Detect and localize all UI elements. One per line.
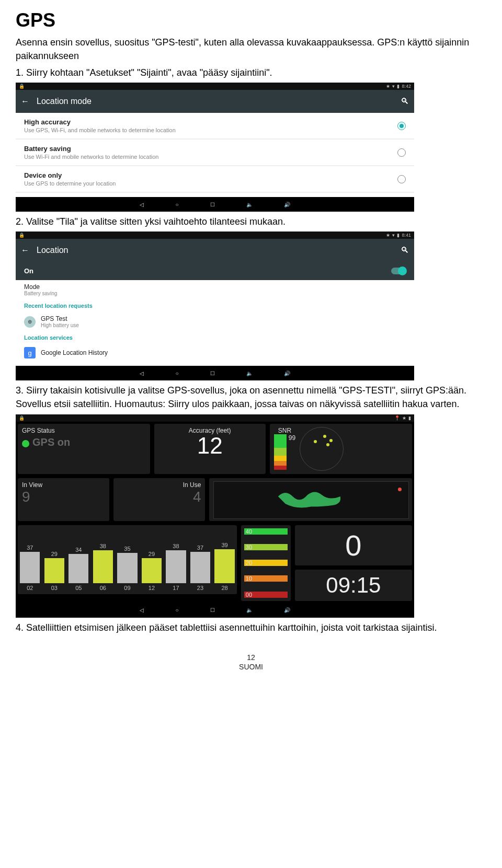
recent-nav-icon[interactable]: ☐ — [210, 202, 215, 207]
accuracy-value: 12 — [197, 434, 223, 457]
snr-scale: 40 30 20 10 00 — [241, 525, 291, 601]
radio-icon[interactable] — [397, 122, 406, 130]
location-mode-option[interactable]: High accuracyUse GPS, Wi-Fi, and mobile … — [16, 113, 414, 140]
screen-title: Location — [37, 246, 393, 255]
mode-row[interactable]: ModeBattery saving — [16, 280, 414, 299]
option-subtitle: Use GPS, Wi-Fi, and mobile networks to d… — [24, 127, 176, 133]
toggle-row[interactable]: On — [16, 262, 414, 280]
satellite-bar: 3405 — [67, 547, 90, 591]
location-mode-option[interactable]: Battery savingUse Wi-Fi and mobile netwo… — [16, 140, 414, 166]
clock-tile: 09:15 — [295, 570, 412, 601]
in-view-label: In View — [22, 481, 105, 489]
in-view-tile: In View 9 — [18, 478, 109, 521]
vol-down-icon[interactable]: 🔈 — [246, 202, 253, 207]
location-services-label: Location services — [16, 331, 414, 344]
bar-fill — [117, 553, 137, 583]
step-3: 3. Siirry takaisin kotisivulle ja valits… — [16, 384, 486, 411]
home-nav-icon[interactable]: ○ — [175, 607, 178, 613]
recent-requests-label: Recent location requests — [16, 299, 414, 312]
back-nav-icon[interactable]: ◁ — [140, 202, 144, 207]
satellite-globe — [300, 427, 344, 471]
bar-fill — [214, 549, 234, 583]
android-status-bar: 🔒 ★▾▮8:42 — [16, 83, 414, 90]
status-dot-icon — [22, 440, 29, 447]
satellite-bar: 3702 — [19, 545, 41, 591]
location-mode-option[interactable]: Device onlyUse GPS to determine your loc… — [16, 166, 414, 193]
vol-down-icon[interactable]: 🔈 — [246, 371, 253, 376]
intro-text: Asenna ensin sovellus, suositus "GPS-tes… — [16, 36, 486, 63]
satellite-bar: 3806 — [92, 543, 115, 591]
android-nav-bar: ◁ ○ ☐ 🔈 🔊 — [16, 197, 414, 212]
location-toggle[interactable] — [391, 268, 406, 274]
home-nav-icon[interactable]: ○ — [175, 371, 178, 376]
bar-fill — [142, 558, 162, 583]
back-icon[interactable]: ← — [21, 246, 29, 255]
recent-nav-icon[interactable]: ☐ — [210, 607, 215, 613]
location-icon: 📍 — [394, 415, 400, 421]
mode-title: Mode — [24, 283, 57, 291]
snr-top-value: 99 — [289, 434, 295, 442]
scale-30: 30 — [244, 544, 288, 550]
gps-status-tile: GPS Status GPS on — [18, 424, 150, 474]
status-time: 8:41 — [402, 233, 411, 238]
bar-value: 38 — [100, 543, 106, 549]
scale-10: 10 — [244, 575, 288, 582]
bar-fill — [44, 558, 64, 583]
bar-fill — [166, 550, 186, 583]
recent-app-title: GPS Test — [41, 315, 79, 322]
screen-title: Location mode — [37, 97, 393, 106]
world-map — [213, 481, 409, 519]
back-nav-icon[interactable]: ◁ — [140, 371, 144, 376]
snr-tile: SNR 99 — [270, 424, 412, 474]
bar-id: 06 — [100, 585, 106, 591]
home-nav-icon[interactable]: ○ — [175, 202, 178, 207]
radio-icon[interactable] — [397, 148, 406, 157]
recent-app-row[interactable]: ⊕ GPS TestHigh battery use — [16, 312, 414, 331]
vol-down-icon[interactable]: 🔈 — [246, 607, 253, 613]
bar-id: 28 — [221, 585, 227, 591]
bar-fill — [20, 552, 40, 583]
bar-id: 05 — [75, 585, 82, 591]
bar-id: 12 — [149, 585, 155, 591]
page-number: 12 — [16, 653, 486, 662]
search-icon[interactable]: 🔍︎ — [401, 97, 409, 106]
accuracy-tile: Accuracy (feet) 12 — [154, 424, 266, 474]
back-nav-icon[interactable]: ◁ — [140, 607, 144, 613]
back-icon[interactable]: ← — [21, 97, 29, 106]
search-icon[interactable]: 🔍︎ — [401, 246, 409, 255]
bar-fill — [93, 550, 113, 583]
vol-up-icon[interactable]: 🔊 — [284, 607, 290, 613]
bar-id: 09 — [124, 585, 130, 591]
step-2: 2. Valitse "Tila" ja valitse sitten yksi… — [16, 215, 486, 228]
screenshot-gps-test: 🔒 📍★▮ GPS Status GPS on Accuracy (feet) … — [16, 414, 414, 618]
vol-up-icon[interactable]: 🔊 — [284, 202, 290, 207]
satellite-bar: 2912 — [141, 551, 163, 591]
lock-icon: 🔒 — [19, 415, 25, 421]
scale-00: 00 — [244, 592, 288, 598]
android-status-bar: 🔒 📍★▮ — [16, 414, 414, 422]
bar-value: 37 — [197, 545, 203, 551]
android-status-bar: 🔒 ★▾▮8:41 — [16, 232, 414, 239]
scale-20: 20 — [244, 560, 288, 566]
screenshot-location: 🔒 ★▾▮8:41 ← Location 🔍︎ On ModeBattery s… — [16, 232, 414, 380]
bar-id: 23 — [197, 585, 203, 591]
clock-value: 09:15 — [326, 573, 381, 598]
in-use-label: In Use — [118, 481, 201, 489]
gps-test-icon: ⊕ — [24, 316, 36, 328]
in-use-value: 4 — [118, 489, 201, 505]
service-row[interactable]: g Google Location History — [16, 344, 414, 362]
bar-id: 02 — [27, 585, 33, 591]
page-language: SUOMI — [16, 663, 486, 671]
bar-value: 34 — [75, 547, 82, 553]
option-title: Battery saving — [24, 145, 158, 153]
satellite-bar: 3509 — [116, 546, 139, 591]
radio-icon[interactable] — [397, 175, 406, 183]
bar-value: 37 — [27, 545, 33, 551]
page-title: GPS — [16, 9, 486, 31]
lock-icon: 🔒 — [19, 84, 25, 89]
bar-value: 35 — [124, 546, 130, 552]
app-bar: ← Location 🔍︎ — [16, 239, 414, 262]
recent-nav-icon[interactable]: ☐ — [210, 371, 215, 376]
vol-up-icon[interactable]: 🔊 — [284, 371, 290, 376]
option-subtitle: Use GPS to determine your location — [24, 180, 116, 187]
